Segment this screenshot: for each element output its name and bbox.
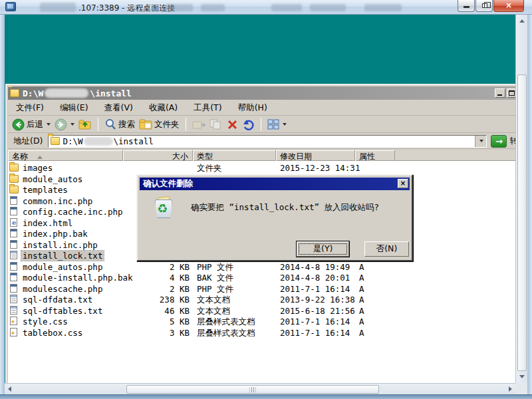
folders-label: 文件夹 [154, 119, 180, 130]
toolbar-separator [186, 118, 186, 131]
copy-to-button[interactable] [209, 119, 223, 130]
search-icon [104, 118, 116, 130]
file-name: style.css [21, 317, 69, 327]
file-name: index.php.bak [21, 229, 89, 239]
file-date: 2015-6-18 21:56 [280, 306, 355, 316]
no-button[interactable]: 否(N) [364, 241, 409, 257]
horizontal-scrollbar-thumb[interactable] [126, 385, 379, 394]
scroll-down-icon[interactable] [519, 375, 525, 378]
go-arrow-icon: → [495, 136, 503, 146]
horizontal-scrollbar[interactable] [5, 383, 515, 394]
move-to-button[interactable] [192, 119, 205, 130]
address-input[interactable]: D:\W \install [48, 135, 487, 148]
toolbar-separator [261, 118, 261, 131]
html-file-icon [10, 218, 17, 227]
dialog-close-button[interactable]: × [398, 179, 408, 188]
folders-icon [139, 119, 152, 130]
file-type: PHP 文件 [197, 262, 233, 273]
file-name: common.inc.php [21, 196, 94, 206]
php-file-icon [10, 207, 17, 215]
restore-icon [482, 3, 487, 8]
php-file-icon [10, 229, 17, 237]
address-dropdown-button[interactable] [475, 136, 486, 147]
file-attr: A [359, 273, 364, 283]
window-frame-bottom [0, 394, 532, 399]
menu-file[interactable]: 文件(F) [16, 102, 44, 114]
folders-button[interactable]: 文件夹 [139, 119, 180, 130]
recycle-symbol: ♻ [157, 201, 168, 215]
column-header-type[interactable]: 类型 [193, 150, 276, 161]
chevron-down-icon [283, 123, 287, 126]
forward-button[interactable] [55, 118, 74, 131]
scroll-up-icon[interactable] [519, 19, 525, 23]
file-row[interactable]: module_autos.php2 KBPHP 文件2014-4-8 19:49… [8, 261, 515, 273]
undo-button[interactable] [242, 119, 255, 130]
toolbar-separator [98, 118, 98, 131]
rdp-titlebar[interactable]: .107:3389 - 远程桌面连接 × [0, 0, 532, 15]
txt-file-icon [10, 295, 17, 303]
window-frame-left [0, 15, 5, 394]
folder-file-icon [9, 164, 19, 172]
close-button[interactable]: × [493, 0, 524, 12]
menu-favorites[interactable]: 收藏(A) [149, 102, 178, 114]
menu-tools[interactable]: 工具(T) [194, 102, 221, 114]
file-row[interactable]: sql-dftables.txt46 KB文本文档2015-6-18 21:56… [8, 305, 515, 317]
back-icon [12, 118, 25, 131]
vertical-scrollbar-thumb[interactable] [517, 74, 527, 371]
copy-to-icon [209, 119, 223, 130]
scroll-left-icon[interactable] [8, 386, 11, 392]
vertical-scrollbar[interactable] [515, 15, 527, 383]
file-row[interactable]: sql-dfdata.txt238 KB文本文档2013-9-22 16:38A [8, 294, 515, 305]
file-date: 2011-7-1 16:14 [280, 284, 350, 294]
sort-ascending-icon [37, 156, 43, 159]
folder-icon [10, 89, 19, 97]
go-button[interactable]: → [491, 135, 507, 148]
column-header-attr[interactable]: 属性 [355, 150, 395, 161]
menu-view[interactable]: 查看(V) [104, 102, 133, 114]
delete-button[interactable] [227, 119, 238, 130]
file-row[interactable]: modulescache.php2 KBPHP 文件2011-7-1 16:14… [8, 283, 515, 295]
file-attr: A [359, 328, 364, 338]
minimize-button[interactable] [458, 0, 475, 12]
file-date: 2014-4-8 19:49 [280, 262, 350, 272]
file-name: install_lock.txt [21, 251, 104, 261]
views-button[interactable] [267, 119, 287, 130]
dialog-message: 确实要把 “install_lock.txt” 放入回收站吗? [191, 202, 404, 213]
file-size: 46 KB [124, 306, 190, 316]
back-button[interactable]: 后退 [12, 118, 51, 131]
file-row[interactable]: module-install.php.bak4 KBBAK 文件2014-4-8… [8, 272, 515, 283]
dialog-titlebar[interactable]: 确认文件删除 × [140, 178, 410, 190]
file-attr: A [359, 295, 364, 305]
explorer-titlebar[interactable]: D:\W \install [8, 86, 515, 100]
menu-edit[interactable]: 编辑(E) [60, 102, 88, 114]
column-header-date[interactable]: 修改日期 [276, 150, 355, 161]
restore-button[interactable] [475, 0, 493, 12]
file-row[interactable]: style.css5 KB层叠样式表文档2011-7-1 16:14A [8, 316, 515, 327]
file-date: 2013-9-22 16:38 [280, 295, 355, 305]
address-bar: 地址(D) D:\W \install → 转到 [8, 134, 515, 149]
address-suffix: \install [114, 136, 154, 146]
scroll-right-icon[interactable] [509, 386, 512, 392]
file-type: PHP 文件 [197, 284, 233, 295]
chevron-down-icon [70, 123, 74, 126]
search-button[interactable]: 搜索 [104, 118, 135, 130]
yes-button[interactable]: 是(Y) [297, 241, 349, 257]
file-name: config.cache.inc.php [21, 207, 124, 217]
file-row[interactable]: tablebox.css3 KB层叠样式表文档2011-7-1 16:14A [8, 327, 515, 338]
redacted-text [165, 4, 193, 11]
folder-file-icon [9, 175, 19, 183]
grip-icon [250, 387, 256, 392]
column-header-name[interactable]: 名称 [8, 150, 123, 161]
file-name: install.inc.php [21, 240, 99, 250]
column-header-size[interactable]: 大小 [123, 150, 193, 161]
explorer-minimize-button[interactable] [495, 88, 505, 98]
menu-help[interactable]: 帮助(H) [238, 102, 267, 114]
explorer-maximize-button[interactable] [507, 88, 515, 98]
txt-file-icon [10, 251, 17, 259]
folder-icon [51, 137, 60, 145]
file-size: 3 KB [124, 328, 190, 338]
redacted-text [45, 88, 88, 98]
up-button[interactable] [78, 118, 92, 130]
file-row[interactable]: images文件夹2015-12-23 14:31 [8, 162, 515, 174]
redacted-text [364, 4, 402, 11]
